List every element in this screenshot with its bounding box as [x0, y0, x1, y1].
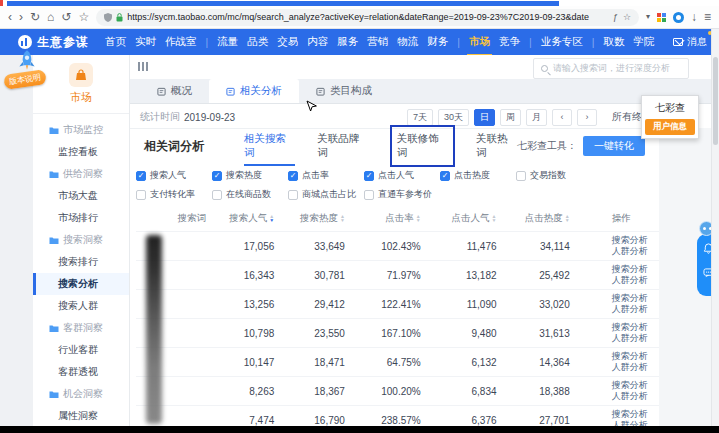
menu-icon[interactable]: ≡ [704, 11, 711, 23]
sidebar-item[interactable]: 市场监控 [33, 119, 129, 141]
sidebar-item[interactable]: 客群透视 [33, 361, 129, 383]
metric-checkbox[interactable]: ✓ 点击率 [288, 167, 364, 184]
subtab[interactable]: 关联热词 [476, 123, 517, 169]
sidebar-item[interactable]: 客群洞察 [33, 317, 129, 339]
popup-qicaicha[interactable]: 七彩查 [644, 98, 696, 118]
subtab[interactable]: 关联修饰词 [391, 126, 454, 166]
metric-checkbox[interactable]: ✓ 商城点击占比 [288, 186, 364, 203]
header-nav-item[interactable]: 服务 [337, 35, 358, 49]
search-analysis-link[interactable]: 搜索分析 [612, 264, 659, 275]
home-icon[interactable]: ⌂ [47, 11, 54, 23]
extension-app-icon[interactable] [673, 12, 684, 23]
history-icon[interactable]: ↺ [61, 11, 71, 23]
metric-checkbox[interactable]: ✓ 直通车参考价 [364, 186, 440, 203]
analysis-tab[interactable]: 相关分析 [209, 79, 299, 103]
metric-label: 点击人气 [378, 169, 414, 182]
metric-checkbox[interactable]: ✓ 搜索人气 [136, 167, 212, 184]
search-analysis-link[interactable]: 搜索分析 [612, 235, 659, 246]
metric-checkbox[interactable]: ✓ 在线商品数 [212, 186, 288, 203]
header-nav-item[interactable]: | [529, 36, 532, 48]
sidebar-item[interactable]: 属性洞察 [33, 405, 129, 427]
extensions-grid-icon[interactable] [657, 13, 666, 22]
forward-icon[interactable]: › [19, 11, 23, 23]
sidebar-item[interactable]: 机会洞察 [33, 383, 129, 405]
search-analysis-link[interactable]: 搜索分析 [612, 293, 659, 304]
sidebar-item[interactable]: 搜索排行 [33, 251, 129, 273]
subtab[interactable]: 关联品牌词 [317, 123, 368, 169]
header-nav-item[interactable]: 首页 [105, 35, 126, 49]
header-nav-item[interactable]: 作战室 [165, 35, 197, 49]
header-nav-item[interactable]: 竞争 [499, 35, 520, 49]
header-nav-item[interactable]: 交易 [277, 35, 298, 49]
one-key-convert-button[interactable]: 一键转化 [583, 136, 645, 156]
table-header-cell[interactable]: 点击率 ▲ ▼ [361, 212, 437, 225]
table-header-cell[interactable]: 点击人气 ▲ ▼ [437, 212, 513, 225]
header-nav-item[interactable]: 流量 [217, 35, 238, 49]
sidebar-item[interactable]: 市场大盘 [33, 185, 129, 207]
sidebar-item[interactable]: 搜索人群 [33, 295, 129, 317]
table-header-cell[interactable]: 点击热度 ▲ ▼ [513, 212, 586, 225]
header-nav-item[interactable]: | [592, 36, 595, 48]
search-analysis-link[interactable]: 搜索分析 [612, 409, 659, 420]
subtab[interactable]: 相关搜索词 [244, 123, 295, 169]
scrollbar-thumb[interactable] [713, 57, 718, 145]
search-popularity-cell: 10,147 [222, 357, 290, 368]
metric-checkbox[interactable]: ✓ 交易指数 [516, 167, 592, 184]
url-star-icon[interactable]: ☆ [623, 13, 631, 22]
header-nav-item[interactable]: 内容 [307, 35, 328, 49]
crowd-analysis-link[interactable]: 人群分析 [612, 246, 659, 257]
metric-checkbox[interactable]: ✓ 支付转化率 [136, 186, 212, 203]
back-icon[interactable]: ‹ [8, 11, 12, 23]
message-entry[interactable]: 消息 [673, 35, 707, 49]
flash-icon[interactable]: ƒ [613, 13, 618, 22]
sidebar-item[interactable]: 供给洞察 [33, 163, 129, 185]
table-row: 17,056 33,649 102.43% 11,476 34,114 搜索分析… [136, 231, 659, 260]
table-header-cell[interactable]: 搜索热度 ▲ ▼ [290, 212, 361, 225]
search-popularity-cell: 7,474 [222, 415, 290, 426]
sidebar-item[interactable]: 搜索洞察 [33, 229, 129, 251]
header-nav-item[interactable]: 实时 [135, 35, 156, 49]
sidebar-section-head: 市场 [33, 55, 129, 114]
crowd-analysis-link[interactable]: 人群分析 [612, 391, 659, 402]
table-header-cell[interactable]: 搜索词 ▲ ▼ [136, 212, 222, 225]
metric-checkbox[interactable]: ✓ 点击人气 [364, 167, 440, 184]
reload-icon[interactable]: ↻ [30, 11, 40, 23]
period-button[interactable]: › [577, 109, 597, 126]
sidebar-item[interactable]: 搜索分析 [33, 273, 129, 295]
header-nav-item[interactable]: 物流 [397, 35, 418, 49]
sidebar-item[interactable]: 监控看板 [33, 141, 129, 163]
analysis-tab[interactable]: 概况 [140, 79, 209, 103]
period-button[interactable]: 月 [526, 109, 547, 126]
crowd-analysis-link[interactable]: 人群分析 [612, 275, 659, 286]
search-analysis-link[interactable]: 搜索分析 [612, 322, 659, 333]
header-nav-item[interactable]: 业务专区 [541, 35, 583, 49]
header-nav-item[interactable]: 品类 [247, 35, 268, 49]
header-nav-item[interactable]: 取数 [603, 35, 624, 49]
sidebar-item[interactable]: 市场排行 [33, 207, 129, 229]
header-nav-item[interactable]: | [206, 36, 209, 48]
header-nav-item[interactable]: 营销 [367, 35, 388, 49]
header-nav-item[interactable]: 财务 [427, 35, 448, 49]
page-scrollbar[interactable] [711, 29, 719, 426]
period-button[interactable]: ‹ [552, 109, 572, 126]
metric-checkbox[interactable]: ✓ 点击热度 [440, 167, 516, 184]
search-analysis-link[interactable]: 搜索分析 [612, 351, 659, 362]
table-header-cell[interactable]: 搜索人气 ▲ ▼ [222, 212, 290, 225]
collapse-handle-icon[interactable] [138, 62, 148, 71]
header-nav-item[interactable]: | [457, 36, 460, 48]
keyword-search-input[interactable]: 请输入搜索词，进行深度分析 [533, 58, 689, 79]
popup-user-info-button[interactable]: 用户信息 [645, 119, 695, 135]
url-bar[interactable]: https://sycm.taobao.com/mc/mq/search_ana… [96, 9, 639, 26]
toolbar-caret-icon[interactable]: ▾ [646, 13, 650, 21]
crowd-analysis-link[interactable]: 人群分析 [612, 362, 659, 373]
search-analysis-link[interactable]: 搜索分析 [612, 380, 659, 391]
crowd-analysis-link[interactable]: 人群分析 [612, 304, 659, 315]
bookmark-star-icon[interactable]: ☆ [78, 11, 89, 23]
sidebar-item[interactable]: 行业客群 [33, 339, 129, 361]
crowd-analysis-link[interactable]: 人群分析 [612, 333, 659, 344]
header-nav-item[interactable]: 学院 [633, 35, 654, 49]
metric-checkbox[interactable]: ✓ 搜索热度 [212, 167, 288, 184]
header-nav-item[interactable]: 市场 [469, 35, 490, 49]
table-header-cell[interactable]: 操作 ▲ ▼ [586, 212, 659, 225]
download-icon[interactable]: ↓ [691, 11, 697, 23]
